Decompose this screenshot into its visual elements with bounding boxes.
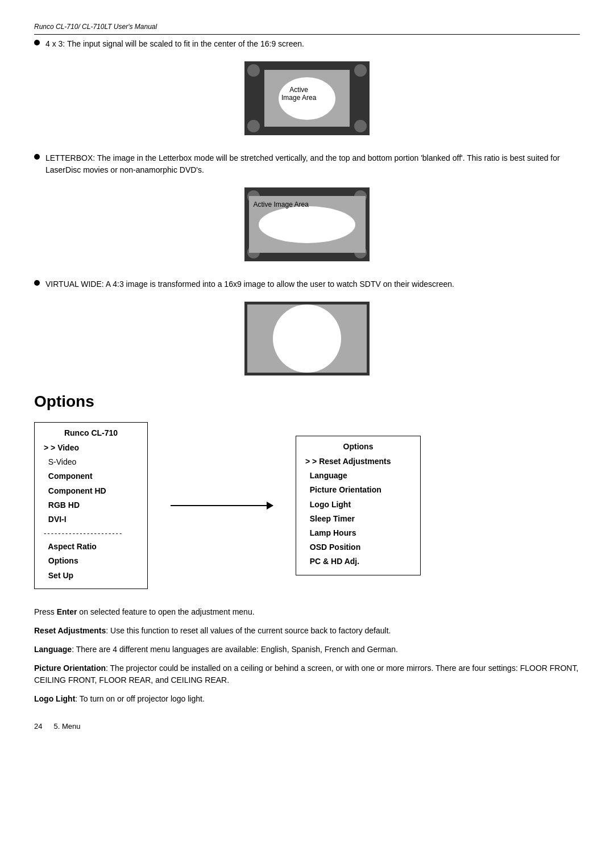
arrow-line (171, 505, 273, 506)
options-menu-item-pc: PC & HD Adj. (305, 554, 411, 569)
oval-letterbox (259, 206, 355, 243)
menu-item-video: > Video (44, 441, 138, 455)
desc-logo: Logo Light: To turn on or off projector … (34, 693, 580, 705)
diagram-4x3: ActiveImage Area (34, 61, 580, 135)
options-menu-item-osd: OSD Position (305, 540, 411, 554)
bullet-text-4x3: 4 x 3: The input signal will be scaled t… (45, 38, 304, 50)
menu-item-component-hd: Component HD (44, 484, 138, 498)
bullet-item-virtual: VIRTUAL WIDE: A 4:3 image is transformed… (34, 278, 580, 290)
menu-item-component: Component (44, 469, 138, 483)
screen-4x3: ActiveImage Area (244, 61, 370, 135)
desc-language-label: Language (34, 645, 72, 654)
desc-picture-label: Picture Orientation (34, 663, 106, 673)
options-menu-item-reset: > Reset Adjustments (305, 454, 411, 469)
arrow-container (171, 505, 273, 506)
bullet-dot (34, 40, 40, 45)
oval-virtual (273, 304, 341, 373)
bullet-item-letterbox: LETTERBOX: The image in the Letterbox mo… (34, 152, 580, 176)
corner-br (354, 120, 367, 132)
desc-reset-label: Reset Adjustments (34, 626, 106, 635)
screen-letterbox: Active Image Area (244, 187, 370, 261)
menu-item-svideo: S-Video (44, 455, 138, 469)
bullet-text-letterbox: LETTERBOX: The image in the Letterbox mo… (45, 152, 580, 176)
corner-bl (247, 120, 260, 132)
active-image-label-4x3: ActiveImage Area (281, 86, 316, 102)
bullet-item-4x3: 4 x 3: The input signal will be scaled t… (34, 38, 580, 50)
options-menu-item-lamp: Lamp Hours (305, 526, 411, 540)
screen-virtual (244, 302, 370, 375)
bullet-dot-virtual (34, 280, 40, 286)
desc-enter-bold: Enter (57, 607, 77, 616)
screen-inner-virtual (247, 304, 367, 373)
screen-inner-4x3: ActiveImage Area (264, 70, 350, 127)
desc-logo-label: Logo Light (34, 694, 75, 703)
left-menu-title: Runco CL-710 (44, 428, 138, 437)
options-heading: Options (34, 393, 580, 411)
options-menu-item-language: Language (305, 469, 411, 483)
page-footer: 24 5. Menu (34, 722, 580, 731)
header-title-text: Runco CL-710/ CL-710LT User's Manual (34, 23, 157, 31)
chapter-label: 5. Menu (53, 722, 80, 731)
menu-divider: ---------------------- (44, 529, 138, 537)
bullet-text-virtual: VIRTUAL WIDE: A 4:3 image is transformed… (45, 278, 454, 290)
menu-item-setup: Set Up (44, 569, 138, 583)
corner-tl (247, 64, 260, 77)
desc-reset: Reset Adjustments: Use this function to … (34, 625, 580, 637)
left-menu-box: Runco CL-710 > Video S-Video Component C… (34, 422, 148, 589)
bullet-dot-letterbox (34, 154, 40, 160)
diagram-virtual (34, 302, 580, 375)
right-menu-box: Options > Reset Adjustments Language Pic… (296, 436, 421, 575)
menu-item-options: Options (44, 554, 138, 568)
options-menu-item-sleep: Sleep Timer (305, 512, 411, 526)
menu-item-dvi-i: DVI-I (44, 512, 138, 527)
desc-language: Language: There are 4 different menu lan… (34, 644, 580, 656)
options-menu-item-logo: Logo Light (305, 498, 411, 512)
manual-header: Runco CL-710/ CL-710LT User's Manual (34, 23, 580, 35)
menu-diagram: Runco CL-710 > Video S-Video Component C… (34, 422, 580, 589)
active-image-label-letterbox: Active Image Area (254, 201, 309, 208)
right-menu-title: Options (305, 442, 411, 451)
screen-inner-letterbox: Active Image Area (249, 196, 366, 253)
description-section: Press Enter on selected feature to open … (34, 606, 580, 705)
diagram-letterbox: Active Image Area (34, 187, 580, 261)
menu-item-rgb-hd: RGB HD (44, 498, 138, 512)
corner-tr (354, 64, 367, 77)
desc-picture: Picture Orientation: The projector could… (34, 662, 580, 686)
page-number: 24 (34, 722, 42, 731)
menu-item-aspect-ratio: Aspect Ratio (44, 540, 138, 554)
options-menu-item-picture: Picture Orientation (305, 483, 411, 497)
desc-enter: Press Enter on selected feature to open … (34, 606, 580, 618)
